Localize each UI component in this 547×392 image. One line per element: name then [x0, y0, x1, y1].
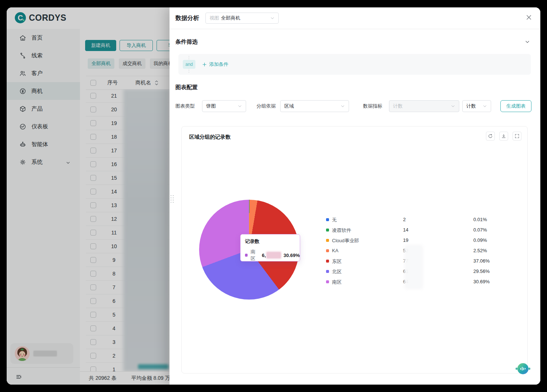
- tooltip-series-marker: [245, 254, 248, 257]
- tooltip-percent: 30.69%: [283, 253, 300, 258]
- chart-type-value: 饼图: [206, 103, 216, 109]
- fullscreen-icon[interactable]: [513, 132, 521, 141]
- chart-type-label: 图表类型: [175, 100, 195, 112]
- legend-label: 北区: [332, 268, 342, 275]
- legend-marker: [326, 249, 329, 252]
- legend-value: 19: [403, 237, 408, 243]
- data-analysis-drawer: 数据分析 视图 全部商机 条件筛选 and 添加条件: [170, 7, 540, 385]
- legend-value: 14: [403, 227, 408, 233]
- legend-percent: 2.52%: [473, 248, 487, 253]
- drawer-header: 数据分析 视图 全部商机: [170, 7, 540, 29]
- and-operator-chip[interactable]: and: [183, 60, 195, 69]
- legend-marker: [326, 280, 329, 283]
- view-select[interactable]: 视图 全部商机: [205, 13, 279, 24]
- tooltip-title: 记录数: [245, 238, 259, 245]
- chevron-down-icon: [238, 104, 242, 108]
- tooltip-series-name: 南区: [251, 249, 259, 262]
- legend-marker: [326, 239, 329, 242]
- chevron-down-icon: [340, 104, 345, 108]
- metric-value: 计数: [393, 103, 403, 109]
- chart-tooltip: 记录数 南区 6, 30.69%: [240, 234, 300, 261]
- legend-percent: 29.56%: [473, 268, 490, 274]
- legend-percent: 0.01%: [473, 217, 487, 222]
- filter-section-title: 条件筛选: [175, 38, 198, 45]
- legend-item[interactable]: 无20.01%: [326, 214, 496, 225]
- legend-percent: 0.07%: [473, 227, 487, 233]
- legend-item[interactable]: 凌霞软件140.07%: [326, 225, 496, 235]
- drawer-title: 数据分析: [175, 7, 199, 29]
- metric-label: 数据指标: [363, 100, 382, 112]
- add-condition-label: 添加条件: [209, 61, 228, 68]
- legend-marker: [326, 270, 329, 273]
- legend-values-redacted: [406, 246, 422, 288]
- legend-percent: 0.09%: [473, 237, 487, 243]
- chart-title: 区域分组的记录数: [189, 134, 231, 141]
- legend-marker: [326, 218, 329, 221]
- chevron-down-icon: [483, 104, 487, 108]
- group-by-select[interactable]: 区域: [280, 100, 349, 112]
- chart-actions: [486, 132, 521, 141]
- chevron-down-icon: [451, 104, 455, 108]
- legend-label: 东区: [332, 258, 342, 265]
- legend-percent: 37.06%: [473, 258, 490, 264]
- group-by-label: 分组依据: [256, 100, 276, 112]
- group-by-value: 区域: [284, 103, 294, 109]
- legend-marker: [326, 229, 329, 232]
- legend-marker: [326, 260, 329, 263]
- chevron-down-icon: [270, 16, 275, 20]
- refresh-icon[interactable]: [486, 132, 495, 141]
- metric-aggregation-value: 计数: [466, 103, 476, 109]
- app-window: C CORDYS 首页 线索 客户 商机: [7, 7, 540, 385]
- tooltip-value-redacted: [267, 252, 281, 258]
- legend-item[interactable]: Cloud事业部190.09%: [326, 235, 496, 246]
- chart-card: 区域分组的记录数 无20.01%凌霞软件140.07%Cloud事业部190.0…: [181, 126, 528, 374]
- tooltip-value-prefix: 6,: [262, 253, 266, 258]
- filter-conditions-box: and 添加条件: [178, 54, 531, 75]
- chart-type-select[interactable]: 饼图: [202, 100, 246, 112]
- metric-aggregation-select[interactable]: 计数: [462, 100, 491, 112]
- download-icon[interactable]: [499, 132, 508, 141]
- drawer-resize-handle[interactable]: [171, 195, 174, 203]
- legend-percent: 30.69%: [473, 279, 490, 284]
- legend-label: 南区: [332, 279, 342, 285]
- plus-icon: [202, 62, 207, 67]
- tooltip-row: 南区 6, 30.69%: [245, 249, 300, 262]
- legend-value: 2: [403, 217, 406, 222]
- metric-select-disabled[interactable]: 计数: [389, 100, 459, 112]
- legend-label: Cloud事业部: [332, 237, 359, 244]
- add-condition-button[interactable]: 添加条件: [202, 61, 228, 68]
- ai-assistant-icon[interactable]: [517, 363, 528, 374]
- close-icon[interactable]: [526, 14, 532, 21]
- generate-chart-button[interactable]: 生成图表: [500, 100, 531, 112]
- view-select-prefix: 视图: [209, 15, 219, 21]
- legend-label: 凌霞软件: [332, 227, 351, 234]
- filter-collapse-chevron-icon[interactable]: [525, 39, 530, 44]
- view-select-value: 全部商机: [221, 15, 240, 21]
- chart-config-section-title: 图表配置: [175, 84, 198, 91]
- legend-label: 无: [332, 217, 337, 223]
- legend-label: KA: [332, 248, 338, 253]
